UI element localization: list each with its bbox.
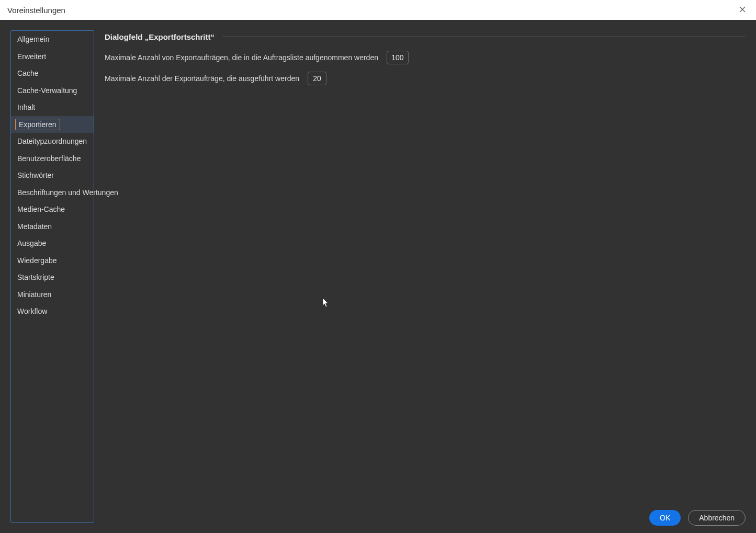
max-queued-exports-input[interactable]: [387, 51, 409, 64]
sidebar-item-startskripte[interactable]: Startskripte: [11, 269, 94, 286]
sidebar-item-beschriftungen[interactable]: Beschriftungen und Wertungen: [11, 184, 94, 201]
sidebar-item-erweitert[interactable]: Erweitert: [11, 48, 94, 65]
sidebar-item-allgemein[interactable]: Allgemein: [11, 31, 94, 48]
cancel-button[interactable]: Abbrechen: [688, 510, 746, 526]
main-panel: Dialogfeld „Exportfortschritt“ Maximale …: [105, 30, 746, 523]
content-area: Allgemein Erweitert Cache Cache-Verwaltu…: [0, 20, 756, 533]
section-title: Dialogfeld „Exportfortschritt“: [105, 32, 215, 41]
sidebar-item-medien-cache[interactable]: Medien-Cache: [11, 201, 94, 218]
sidebar-item-exportieren[interactable]: Exportieren: [11, 116, 94, 133]
sidebar-item-cache-verwaltung[interactable]: Cache-Verwaltung: [11, 82, 94, 99]
sidebar-item-inhalt[interactable]: Inhalt: [11, 99, 94, 116]
section-header: Dialogfeld „Exportfortschritt“: [105, 32, 746, 41]
sidebar-item-workflow[interactable]: Workflow: [11, 303, 94, 320]
max-running-exports-input[interactable]: [308, 72, 326, 85]
sidebar-item-dateitypzuordnungen[interactable]: Dateitypzuordnungen: [11, 133, 94, 150]
dialog-footer: OK Abbrechen: [649, 510, 746, 526]
field-label: Maximale Anzahl der Exportaufträge, die …: [105, 74, 299, 83]
section-rule: [222, 37, 746, 37]
sidebar-item-wiedergabe[interactable]: Wiedergabe: [11, 252, 94, 269]
sidebar-item-benutzeroberflaeche[interactable]: Benutzeroberfläche: [11, 150, 94, 167]
sidebar-item-cache[interactable]: Cache: [11, 65, 94, 82]
sidebar-item-miniaturen[interactable]: Miniaturen: [11, 286, 94, 303]
ok-button[interactable]: OK: [649, 510, 681, 526]
field-max-queued-exports: Maximale Anzahl von Exportaufträgen, die…: [105, 51, 746, 64]
titlebar: Voreinstellungen: [0, 0, 756, 20]
sidebar-item-ausgabe[interactable]: Ausgabe: [11, 235, 94, 252]
category-sidebar: Allgemein Erweitert Cache Cache-Verwaltu…: [10, 30, 94, 523]
sidebar-item-stichwoerter[interactable]: Stichwörter: [11, 167, 94, 184]
close-icon[interactable]: [734, 3, 751, 17]
sidebar-item-metadaten[interactable]: Metadaten: [11, 218, 94, 235]
window-title: Voreinstellungen: [7, 6, 65, 15]
field-label: Maximale Anzahl von Exportaufträgen, die…: [105, 53, 378, 62]
field-max-running-exports: Maximale Anzahl der Exportaufträge, die …: [105, 72, 746, 85]
